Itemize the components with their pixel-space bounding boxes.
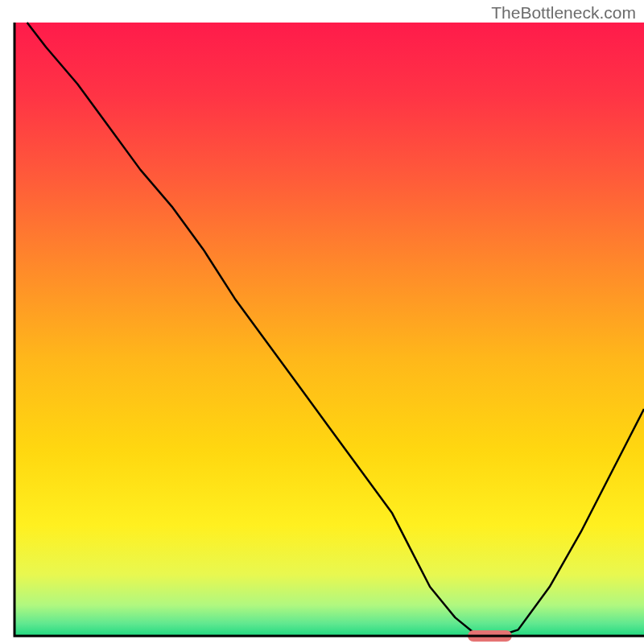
bottleneck-chart: TheBottleneck.com — [0, 0, 644, 644]
svg-rect-0 — [14, 23, 644, 636]
chart-plot-area — [0, 0, 644, 644]
watermark-text: TheBottleneck.com — [491, 3, 636, 23]
